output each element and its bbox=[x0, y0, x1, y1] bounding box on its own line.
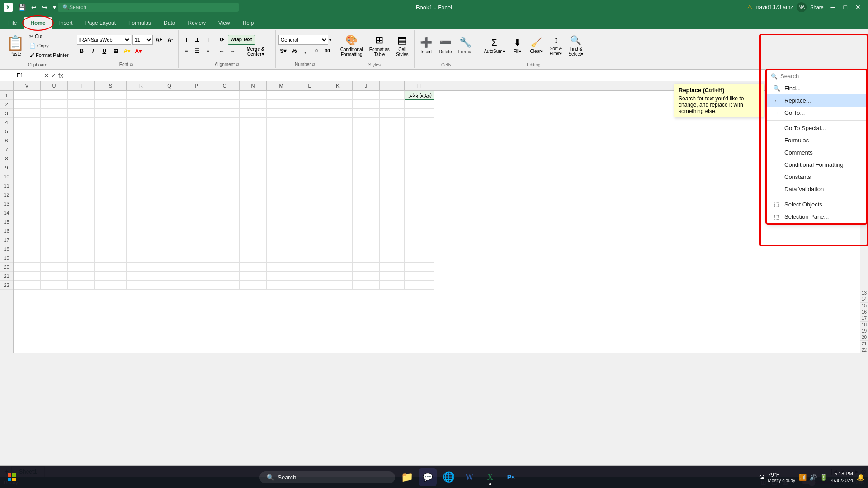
row-num-16[interactable]: 16 bbox=[0, 226, 13, 235]
cell-k2[interactable] bbox=[323, 100, 353, 109]
save-button[interactable]: 💾 bbox=[16, 3, 28, 12]
cell-q1[interactable] bbox=[156, 91, 183, 100]
undo-button[interactable]: ↩ bbox=[29, 3, 38, 12]
taskbar-word[interactable]: W bbox=[460, 468, 478, 486]
bold-button[interactable]: B bbox=[77, 46, 87, 56]
border-button[interactable]: ⊞ bbox=[111, 46, 121, 56]
row-num-8[interactable]: 8 bbox=[0, 154, 13, 163]
cell-h3[interactable] bbox=[405, 109, 434, 118]
customize-quick-access-button[interactable]: ▾ bbox=[51, 3, 58, 12]
taskbar-file-explorer[interactable]: 📁 bbox=[398, 468, 416, 486]
menu-item-replace[interactable]: ↔ Replace... bbox=[767, 94, 866, 107]
fill-color-button[interactable]: A▾ bbox=[122, 46, 132, 56]
cell-u3[interactable] bbox=[41, 109, 68, 118]
row-num-1[interactable]: 1 bbox=[0, 91, 13, 100]
col-header-k[interactable]: K bbox=[323, 81, 353, 90]
decrease-decimal-button[interactable]: .00 bbox=[322, 46, 332, 56]
cell-o2[interactable] bbox=[210, 100, 240, 109]
format-painter-button[interactable]: 🖌 Format Painter bbox=[27, 51, 71, 59]
start-button[interactable] bbox=[4, 469, 20, 485]
cell-t1[interactable] bbox=[68, 91, 95, 100]
col-header-h[interactable]: H bbox=[405, 81, 434, 90]
align-right-button[interactable]: ≡ bbox=[203, 46, 213, 56]
col-header-s[interactable]: S bbox=[95, 81, 127, 90]
col-header-r[interactable]: R bbox=[127, 81, 156, 90]
row-num-18[interactable]: 18 bbox=[0, 244, 13, 253]
tab-home[interactable]: Home bbox=[23, 16, 52, 29]
cell-j2[interactable] bbox=[353, 100, 380, 109]
cell-r1[interactable] bbox=[127, 91, 156, 100]
formula-input[interactable] bbox=[67, 72, 866, 79]
col-header-n[interactable]: N bbox=[240, 81, 267, 90]
tab-help[interactable]: Help bbox=[236, 17, 260, 29]
indent-increase-button[interactable]: → bbox=[228, 46, 238, 56]
number-format-select[interactable]: General bbox=[278, 35, 328, 45]
clock[interactable]: 5:18 PM 4/30/2024 bbox=[831, 470, 853, 484]
font-color-button[interactable]: A▾ bbox=[133, 46, 143, 56]
taskbar-excel[interactable]: X bbox=[481, 468, 499, 486]
tab-formulas[interactable]: Formulas bbox=[122, 17, 157, 29]
col-header-i[interactable]: I bbox=[380, 81, 405, 90]
align-left-button[interactable]: ≡ bbox=[181, 46, 191, 56]
alignment-dialog-launcher[interactable]: ⧉ bbox=[236, 62, 239, 67]
cell-n1[interactable] bbox=[240, 91, 267, 100]
delete-cells-button[interactable]: ➖ Delete bbox=[436, 35, 455, 56]
decrease-font-button[interactable]: A- bbox=[165, 35, 175, 45]
tab-file[interactable]: File bbox=[2, 17, 23, 29]
cell-m3[interactable] bbox=[267, 109, 296, 118]
menu-search-input[interactable] bbox=[780, 73, 862, 80]
col-header-o[interactable]: O bbox=[210, 81, 240, 90]
menu-item-data-validation[interactable]: Data Validation bbox=[767, 183, 866, 195]
row-num-20[interactable]: 20 bbox=[0, 263, 13, 272]
tab-view[interactable]: View bbox=[212, 17, 236, 29]
cell-reference-box[interactable]: E1 bbox=[2, 71, 38, 80]
cell-k3[interactable] bbox=[323, 109, 353, 118]
row-num-22[interactable]: 22 bbox=[0, 281, 13, 290]
cell-l1[interactable] bbox=[296, 91, 323, 100]
weather-area[interactable]: 🌤 79°F Mostly cloudy bbox=[760, 472, 795, 483]
cell-o3[interactable] bbox=[210, 109, 240, 118]
row-num-17[interactable]: 17 bbox=[0, 235, 13, 244]
align-middle-button[interactable]: ⊥ bbox=[192, 35, 202, 45]
col-header-t[interactable]: T bbox=[68, 81, 95, 90]
fill-button[interactable]: ⬇ Fill▾ bbox=[509, 35, 527, 56]
cell-p3[interactable] bbox=[183, 109, 210, 118]
cell-i2[interactable] bbox=[380, 100, 405, 109]
number-format-dropdown[interactable]: ▾ bbox=[329, 38, 331, 42]
title-search-input[interactable] bbox=[69, 4, 234, 10]
cell-l2[interactable] bbox=[296, 100, 323, 109]
align-center-button[interactable]: ☰ bbox=[192, 46, 202, 56]
increase-decimal-button[interactable]: .0 bbox=[311, 46, 321, 56]
taskbar-photoshop[interactable]: Ps bbox=[502, 468, 520, 486]
menu-item-selection-pane[interactable]: ⬚ Selection Pane... bbox=[767, 211, 866, 223]
increase-font-button[interactable]: A+ bbox=[154, 35, 164, 45]
cell-j1[interactable] bbox=[353, 91, 380, 100]
menu-item-select-objects[interactable]: ⬚ Select Objects bbox=[767, 198, 866, 211]
autosum-button[interactable]: Σ AutoSum▾ bbox=[481, 36, 507, 56]
row-num-11[interactable]: 11 bbox=[0, 181, 13, 190]
cell-v3[interactable] bbox=[14, 109, 41, 118]
col-header-u[interactable]: U bbox=[41, 81, 68, 90]
cell-u2[interactable] bbox=[41, 100, 68, 109]
taskbar-teams[interactable]: 💬 bbox=[419, 468, 437, 486]
notification-bell[interactable]: 🔔 bbox=[857, 474, 864, 481]
maximize-button[interactable]: □ bbox=[840, 3, 851, 12]
row-num-3[interactable]: 3 bbox=[0, 109, 13, 118]
cell-j3[interactable] bbox=[353, 109, 380, 118]
sort-filter-button[interactable]: ↕ Sort &Filter▾ bbox=[547, 33, 565, 58]
row-num-15[interactable]: 15 bbox=[0, 217, 13, 226]
col-header-m[interactable]: M bbox=[267, 81, 296, 90]
row-num-19[interactable]: 19 bbox=[0, 253, 13, 263]
close-button[interactable]: ✕ bbox=[852, 3, 864, 12]
insert-cells-button[interactable]: ➕ Insert bbox=[417, 35, 435, 56]
insert-function-button[interactable]: fx bbox=[58, 72, 63, 79]
cell-v2[interactable] bbox=[14, 100, 41, 109]
cell-s3[interactable] bbox=[95, 109, 127, 118]
format-as-table-button[interactable]: ⊞ Format asTable bbox=[367, 32, 392, 59]
orientation-button[interactable]: ⟳ bbox=[217, 35, 227, 45]
cell-i3[interactable] bbox=[380, 109, 405, 118]
find-select-button[interactable]: 🔍 Find &Select▾ bbox=[566, 33, 586, 58]
col-header-p[interactable]: P bbox=[183, 81, 210, 90]
row-num-12[interactable]: 12 bbox=[0, 190, 13, 199]
menu-item-find[interactable]: 🔍 Find... bbox=[767, 82, 866, 94]
